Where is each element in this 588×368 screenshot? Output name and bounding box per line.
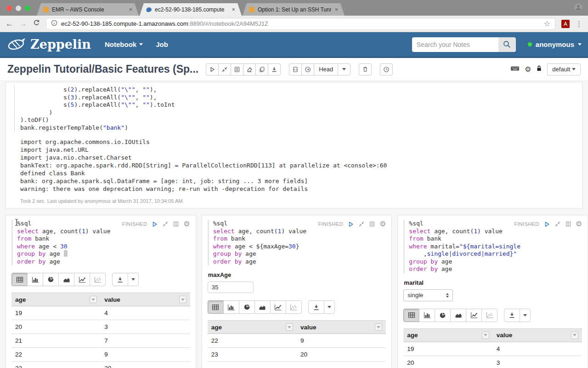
column-header[interactable]: age (403, 328, 492, 342)
pie-chart-button[interactable] (239, 300, 255, 314)
download-data-button[interactable] (112, 273, 128, 286)
run-paragraph-button[interactable] (347, 221, 354, 228)
browser-tab-zeppelin[interactable]: ec2-52-90-138-185.compute × (140, 3, 242, 16)
marital-select[interactable]: single (403, 289, 453, 301)
note-title[interactable]: Zeppelin Tutorial/Basic Features (Sp... (7, 63, 198, 75)
column-filter-icon[interactable] (571, 332, 578, 339)
clone-note-button[interactable] (255, 63, 268, 75)
display-mode-button[interactable]: default (547, 63, 581, 75)
menu-job[interactable]: Job (156, 40, 168, 48)
hide-output-button[interactable] (565, 221, 571, 227)
zeppelin-brand[interactable]: Zeppelin (6, 37, 91, 52)
column-header[interactable]: value (101, 293, 190, 306)
line-chart-button[interactable] (466, 309, 482, 322)
pie-chart-button[interactable] (43, 273, 59, 286)
column-header[interactable]: age (11, 293, 101, 306)
scatter-chart-button[interactable] (286, 300, 302, 314)
revision-dropdown-button[interactable] (338, 63, 351, 75)
paragraph-settings-button[interactable]: ⚙ (379, 220, 386, 228)
download-options-button[interactable] (520, 309, 531, 322)
browser-tab-aws-console[interactable]: EMR – AWS Console × (37, 3, 139, 16)
show-hide-code-button[interactable] (218, 63, 231, 75)
back-icon[interactable]: ← (6, 20, 13, 28)
set-revision-button[interactable] (301, 63, 314, 75)
show-hide-output-button[interactable] (231, 63, 243, 75)
line-chart-button[interactable] (270, 300, 286, 314)
bar-chart-button[interactable] (419, 309, 435, 322)
minimize-window-button[interactable] (16, 6, 21, 11)
maxage-input[interactable] (208, 282, 254, 293)
permissions-lock-icon[interactable] (536, 65, 542, 74)
pie-chart-button[interactable] (435, 309, 451, 322)
browser-menu-icon[interactable]: ⋮ (576, 20, 582, 28)
hide-editor-button[interactable] (554, 221, 561, 227)
export-note-button[interactable] (268, 63, 281, 75)
paragraph-settings-button[interactable]: ⚙ (576, 220, 582, 228)
line-chart-button[interactable] (74, 273, 90, 286)
column-filter-icon[interactable] (375, 323, 382, 331)
user-menu[interactable]: anonymous (528, 40, 582, 48)
chevron-down-icon (342, 68, 346, 70)
info-icon[interactable] (51, 20, 57, 28)
table-view-button[interactable] (208, 300, 224, 314)
search-button[interactable] (498, 37, 516, 52)
run-paragraph-button[interactable] (151, 221, 158, 228)
zeppelin-brand-text: Zeppelin (30, 37, 91, 52)
download-data-button[interactable] (308, 300, 324, 314)
column-header[interactable]: value (493, 328, 582, 342)
sql-code-editor[interactable]: %sqlselect age, count(1) valuefrom bankw… (403, 220, 582, 273)
note-settings-group: ⚙ default (510, 63, 581, 75)
remove-note-button[interactable] (359, 63, 372, 75)
address-field[interactable]: ec2-52-90-138-185.compute-1.amazonaws.co… (46, 18, 555, 30)
table-view-button[interactable] (403, 309, 419, 322)
column-filter-icon[interactable] (286, 323, 293, 331)
clear-output-button[interactable] (243, 63, 256, 75)
column-header[interactable]: age (208, 321, 297, 334)
zoom-window-button[interactable] (25, 6, 30, 11)
download-options-button[interactable] (128, 273, 139, 286)
acrobat-extension-icon[interactable] (561, 20, 570, 28)
scheduler-button[interactable] (380, 63, 393, 75)
commit-button[interactable] (289, 63, 302, 75)
bar-chart-button[interactable] (223, 300, 239, 314)
browser-tab-ssh-tunnel[interactable]: Option 1: Set Up an SSH Tunn × (243, 3, 345, 16)
table-view-button[interactable] (11, 273, 28, 286)
menu-notebook[interactable]: Notebook (105, 40, 143, 48)
collapse-icon (221, 66, 228, 73)
area-chart-button[interactable] (254, 300, 271, 314)
run-paragraph-button[interactable] (543, 221, 550, 228)
column-filter-icon[interactable] (179, 296, 187, 303)
column-header[interactable]: value (297, 321, 386, 334)
scatter-chart-button[interactable] (90, 273, 106, 286)
area-chart-button[interactable] (58, 273, 74, 286)
chart-type-toolbar (11, 273, 190, 286)
search-input[interactable] (412, 37, 498, 52)
run-all-button[interactable] (206, 63, 219, 75)
scala-code-editor[interactable]: s(2).replaceAll("\"", ""), s(3).replaceA… (14, 85, 576, 132)
bookmark-star-icon[interactable]: ☆ (544, 19, 550, 28)
hide-editor-button[interactable] (162, 221, 169, 227)
paragraph-settings-button[interactable]: ⚙ (183, 220, 190, 228)
interpreter-settings-icon[interactable]: ⚙ (525, 66, 531, 73)
download-data-button[interactable] (504, 309, 520, 322)
area-chart-button[interactable] (450, 309, 466, 322)
download-options-button[interactable] (324, 300, 335, 314)
tab-close-icon[interactable]: × (129, 6, 132, 13)
hide-output-button[interactable] (173, 221, 179, 227)
browser-profile-icon[interactable] (574, 3, 582, 13)
scatter-chart-button[interactable] (481, 309, 498, 322)
table-cell: 20 (403, 356, 492, 368)
note-search (412, 37, 516, 52)
hide-editor-button[interactable] (358, 221, 365, 227)
tab-close-icon[interactable]: × (334, 6, 338, 13)
column-filter-icon[interactable] (90, 296, 97, 303)
tab-close-icon[interactable]: × (232, 6, 235, 13)
hide-output-button[interactable] (369, 221, 375, 227)
shortcut-keyboard-icon[interactable] (510, 65, 520, 74)
forward-icon[interactable]: → (19, 20, 27, 28)
column-filter-icon[interactable] (482, 332, 489, 339)
reload-icon[interactable] (33, 19, 40, 28)
close-window-button[interactable] (6, 6, 12, 11)
bar-chart-button[interactable] (27, 273, 43, 286)
revision-label[interactable]: Head (314, 63, 338, 75)
